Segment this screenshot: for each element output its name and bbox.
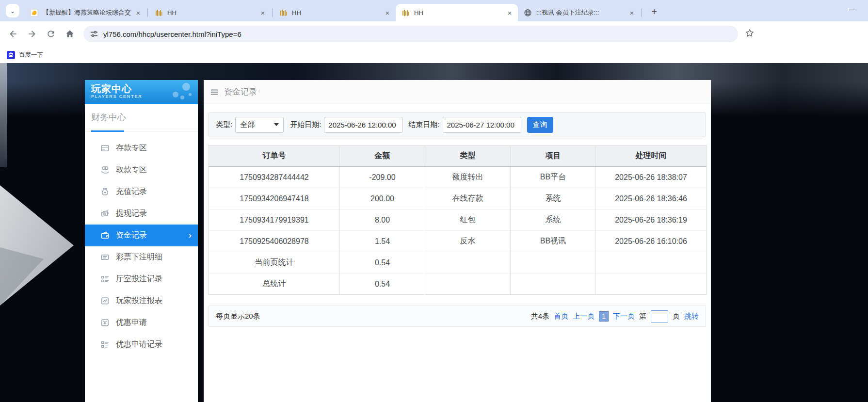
gold-bars-icon (402, 9, 410, 17)
bookmark-baidu[interactable]: 百度一下 (7, 51, 43, 59)
moneybag-icon (100, 187, 110, 197)
bookmark-star-icon[interactable] (745, 28, 755, 40)
first-page-link[interactable]: 首页 (554, 312, 568, 321)
sidebar-item-promo-apply[interactable]: 优惠申请 (85, 312, 198, 334)
browser-tab-4-active[interactable]: HH × (396, 4, 518, 21)
per-page-label: 每页显示20条 (216, 312, 260, 321)
table-cell: 2025-06-26 18:38:07 (596, 167, 707, 188)
type-select-value: 全部 (240, 120, 255, 129)
site-info-icon[interactable] (90, 30, 98, 38)
table-cell: 2025-06-26 16:10:06 (596, 231, 707, 252)
tab-close-icon[interactable]: × (627, 8, 636, 17)
tab-divider (641, 8, 642, 17)
col-type: 类型 (425, 145, 511, 167)
sidebar-item-recharge-records[interactable]: 充值记录 (85, 181, 198, 203)
sidebar-header: 玩家中心 PLAYERS CENTER (85, 80, 198, 104)
table-cell: 0.54 (340, 273, 425, 295)
window-minimize-button[interactable]: — (849, 5, 856, 13)
current-page-badge[interactable]: 1 (599, 311, 609, 322)
chevron-down-icon: ⌄ (10, 7, 16, 15)
chart-icon (100, 296, 110, 306)
page-prefix-label: 第 (639, 312, 646, 321)
url-text[interactable]: yl756.com/hhcp/usercenter.html?iniType=6 (103, 30, 241, 38)
sidebar-item-lottery-bet-detail[interactable]: 彩票下注明细 (85, 246, 198, 268)
tab-close-icon[interactable]: × (383, 8, 392, 17)
table-row: 1750925406028978 1.54 反水 BB视讯 2025-06-26… (209, 231, 707, 252)
bookmarks-bar: 百度一下 (0, 47, 868, 63)
table-cell: 额度转出 (425, 167, 511, 188)
player-center-sidebar: 玩家中心 PLAYERS CENTER 财务中心 存款专区 取款专区 (85, 80, 198, 402)
table-cell: BB平台 (511, 167, 596, 188)
sidebar-item-label: 彩票下注明细 (116, 252, 162, 262)
banknote-icon (100, 209, 110, 219)
address-bar[interactable]: yl756.com/hhcp/usercenter.html?iniType=6 (83, 26, 738, 42)
sidebar-item-hall-bet-records[interactable]: 厅室投注记录 (85, 268, 198, 290)
table-cell: 反水 (425, 231, 511, 252)
chevron-right-icon: › (189, 230, 192, 241)
browser-tab-strip: ⌄ 【新提醒】海燕策略论坛综合交 × HH × HH × HH × :::视 (0, 0, 868, 21)
table-cell (425, 252, 511, 273)
table-row: 1750934179919391 8.00 红包 系统 2025-06-26 1… (209, 209, 707, 231)
tab-close-icon[interactable]: × (134, 8, 143, 17)
new-tab-button[interactable]: + (647, 5, 661, 18)
sidebar-item-deposit-zone[interactable]: 存款专区 (85, 137, 198, 159)
browser-tab-2[interactable]: HH × (149, 4, 271, 21)
home-icon[interactable] (64, 28, 76, 40)
sidebar-item-label: 提现记录 (116, 209, 147, 219)
globe-icon (524, 9, 532, 17)
end-date-input[interactable] (443, 117, 521, 133)
table-cell (596, 273, 707, 295)
sidebar-section-title: 财务中心 (85, 104, 198, 131)
table-row-grand-total: 总统计 0.54 (209, 273, 707, 295)
tab-search-button[interactable]: ⌄ (6, 4, 19, 17)
baidu-paw-icon (7, 51, 15, 59)
search-button[interactable]: 查询 (527, 117, 553, 133)
table-cell: 200.00 (340, 188, 425, 209)
page-suffix-label: 页 (673, 312, 680, 321)
start-date-input[interactable] (324, 117, 402, 133)
next-page-link[interactable]: 下一页 (613, 312, 635, 321)
list-icon (100, 274, 110, 284)
tab-close-icon[interactable]: × (258, 8, 267, 17)
table-cell (511, 252, 596, 273)
fund-records-panel: 资金记录 类型: 全部 开始日期: 结束日期: 查询 订单号 金额 类型 项目 (204, 80, 711, 402)
dropdown-arrow-icon (274, 123, 279, 126)
table-cell: 2025-06-26 18:36:19 (596, 209, 707, 231)
back-icon[interactable] (7, 28, 19, 40)
table-cell: 1750934206947418 (209, 188, 340, 209)
jump-link[interactable]: 跳转 (684, 312, 699, 321)
webpage-viewport: 玩家中心 PLAYERS CENTER 财务中心 存款专区 取款专区 (0, 63, 868, 402)
bookmark-label: 百度一下 (19, 51, 43, 59)
table-cell: 总统计 (209, 273, 340, 295)
tab-close-icon[interactable]: × (505, 8, 514, 17)
sidebar-item-fund-records[interactable]: 资金记录 › (85, 225, 198, 246)
reload-icon[interactable] (45, 28, 57, 40)
table-cell: 8.00 (340, 209, 425, 231)
browser-tab-1[interactable]: 【新提醒】海燕策略论坛综合交 × (24, 4, 146, 21)
sidebar-item-promo-apply-records[interactable]: 优惠申请记录 (85, 334, 198, 355)
background-edge-highlight (0, 63, 7, 167)
table-cell: 2025-06-26 18:36:46 (596, 188, 707, 209)
prev-page-link[interactable]: 上一页 (573, 312, 595, 321)
forward-icon[interactable] (26, 28, 38, 40)
table-row: 1750934206947418 200.00 在线存款 系统 2025-06-… (209, 188, 707, 209)
page-number-input[interactable] (651, 310, 668, 322)
table-cell (596, 252, 707, 273)
type-label: 类型: (216, 120, 232, 129)
tab-title: 【新提醒】海燕策略论坛综合交 (43, 8, 134, 17)
sidebar-item-label: 取款专区 (116, 165, 147, 175)
sidebar-item-withdraw-records[interactable]: 提现记录 (85, 203, 198, 225)
sidebar-item-label: 玩家投注报表 (116, 296, 162, 306)
col-order-id: 订单号 (209, 145, 340, 167)
table-cell: 红包 (425, 209, 511, 231)
table-cell: 0.54 (340, 252, 425, 273)
sidebar-item-player-bet-report[interactable]: 玩家投注报表 (85, 290, 198, 312)
browser-tab-3[interactable]: HH × (273, 4, 396, 21)
sidebar-item-label: 厅室投注记录 (116, 274, 162, 284)
sidebar-item-withdraw-zone[interactable]: 取款专区 (85, 159, 198, 181)
col-project: 项目 (511, 145, 596, 167)
sidebar-item-label: 优惠申请记录 (116, 339, 162, 350)
table-row: 1750934287444442 -209.00 额度转出 BB平台 2025-… (209, 167, 707, 188)
browser-tab-5[interactable]: :::视讯 会员下注纪录::: × (518, 4, 640, 21)
type-select[interactable]: 全部 (235, 117, 284, 133)
